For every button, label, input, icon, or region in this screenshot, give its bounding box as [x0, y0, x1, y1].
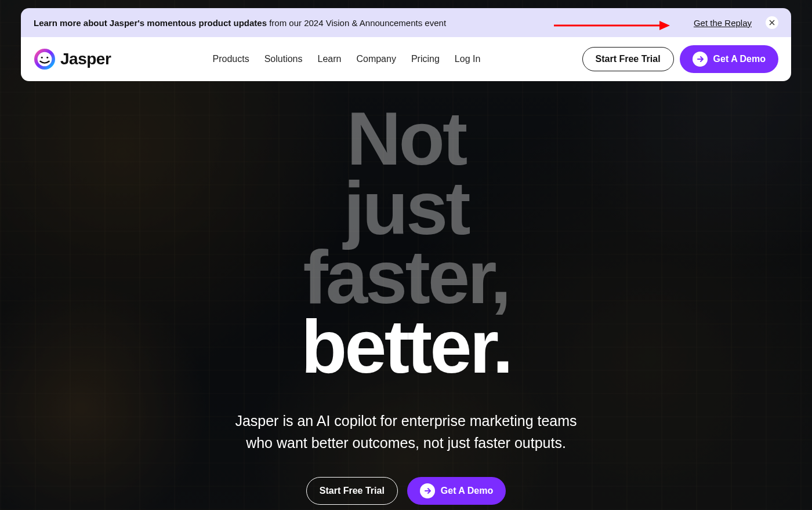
- announcement-cta-link[interactable]: Get the Replay: [694, 18, 752, 28]
- hero-headline: Not just faster, better.: [0, 104, 812, 381]
- svg-point-4: [36, 50, 53, 68]
- hero-sub-line-2: who want better outcomes, not just faste…: [0, 432, 812, 454]
- nav-link-learn[interactable]: Learn: [318, 54, 342, 64]
- hero-get-a-demo-button[interactable]: Get A Demo: [407, 477, 506, 505]
- svg-point-6: [46, 57, 48, 59]
- nav-link-products[interactable]: Products: [213, 54, 249, 64]
- nav-link-solutions[interactable]: Solutions: [264, 54, 303, 64]
- get-a-demo-button[interactable]: Get A Demo: [680, 45, 778, 73]
- hero-section: Not just faster, better. Jasper is an AI…: [0, 104, 812, 505]
- brand-name: Jasper: [60, 50, 111, 68]
- get-a-demo-label: Get A Demo: [713, 54, 766, 64]
- hero-sub-line-1: Jasper is an AI copilot for enterprise m…: [0, 410, 812, 432]
- hero-line-3: faster,: [0, 243, 812, 312]
- jasper-logo-icon: [34, 48, 56, 70]
- hero-get-a-demo-label: Get A Demo: [441, 486, 493, 496]
- announcement-text: Learn more about Jasper's momentous prod…: [34, 18, 694, 28]
- hero-cta-group: Start Free Trial Get A Demo: [0, 477, 812, 505]
- announcement-banner: Learn more about Jasper's momentous prod…: [21, 8, 791, 37]
- navbar: Jasper Products Solutions Learn Company …: [21, 37, 791, 81]
- nav-links: Products Solutions Learn Company Pricing…: [213, 54, 481, 64]
- arrow-right-icon: [693, 52, 708, 67]
- hero-line-4: better.: [0, 312, 812, 382]
- start-free-trial-button[interactable]: Start Free Trial: [582, 47, 674, 71]
- announcement-rest: from our 2024 Vision & Announcements eve…: [267, 18, 446, 28]
- hero-subheading: Jasper is an AI copilot for enterprise m…: [0, 410, 812, 454]
- arrow-right-icon: [420, 483, 435, 498]
- brand-logo[interactable]: Jasper: [34, 48, 111, 70]
- hero-line-2: just: [0, 174, 812, 243]
- nav-link-login[interactable]: Log In: [455, 54, 480, 64]
- announcement-bold: Learn more about Jasper's momentous prod…: [34, 18, 267, 28]
- hero-line-1: Not: [0, 104, 812, 174]
- nav-link-pricing[interactable]: Pricing: [411, 54, 440, 64]
- nav-link-company[interactable]: Company: [356, 54, 396, 64]
- announcement-close-button[interactable]: [766, 16, 778, 29]
- nav-cta-group: Start Free Trial Get A Demo: [582, 45, 778, 73]
- close-icon: [769, 20, 775, 26]
- svg-point-5: [41, 57, 43, 59]
- hero-start-free-trial-button[interactable]: Start Free Trial: [306, 477, 398, 505]
